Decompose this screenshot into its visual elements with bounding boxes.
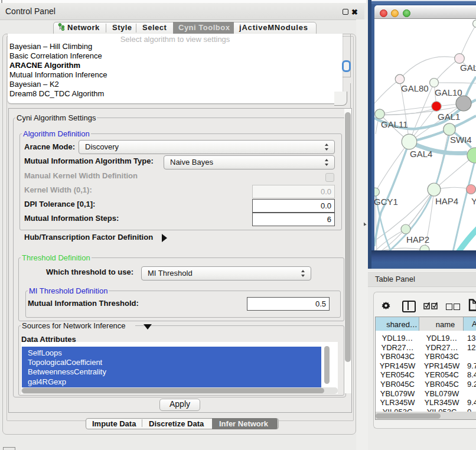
svg-text:GCY1: GCY1 <box>374 197 398 207</box>
svg-text:YD: YD <box>471 196 476 206</box>
svg-text:GAL1: GAL1 <box>438 112 460 122</box>
svg-text:HAP4: HAP4 <box>435 196 458 206</box>
svg-text:GAL7: GAL7 <box>460 63 476 73</box>
svg-text:SWI4: SWI4 <box>450 135 472 145</box>
svg-text:GAL4: GAL4 <box>410 149 432 159</box>
svg-text:GAL10: GAL10 <box>435 87 462 97</box>
svg-text:HAP2: HAP2 <box>406 234 429 244</box>
svg-text:GAL11: GAL11 <box>381 119 408 129</box>
svg-text:GAL80: GAL80 <box>401 83 429 93</box>
